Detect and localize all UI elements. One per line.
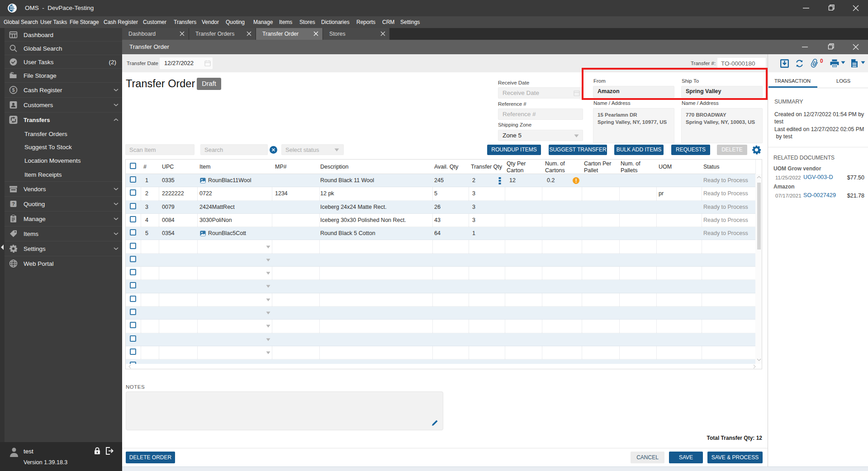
- svg-text:?: ?: [12, 201, 15, 207]
- svg-text:$: $: [12, 87, 14, 93]
